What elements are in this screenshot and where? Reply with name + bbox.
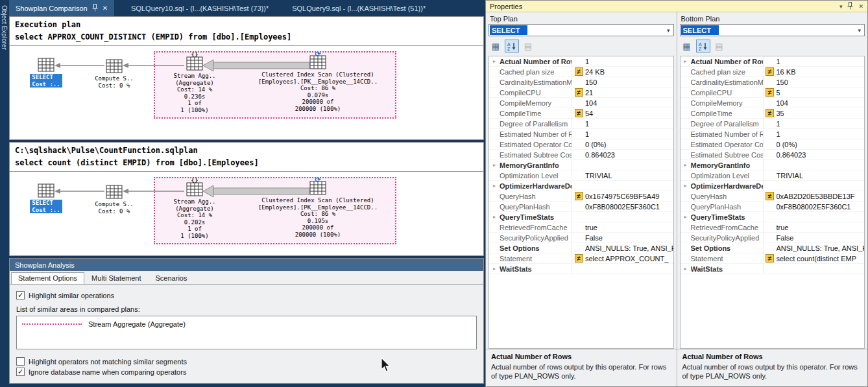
property-row[interactable]: Optimization LevelTRIVIAL — [489, 170, 673, 181]
property-row[interactable]: QueryPlanHash0xF8B08002E5F360C1 — [489, 202, 673, 212]
plan-node-select[interactable]: SELECTCost :.. — [29, 183, 63, 213]
window-menu-icon[interactable]: ▾ — [839, 3, 843, 10]
plan-node-stream-aggregate[interactable]: {} Stream Agg..(Aggregate)Cost: 14 %0.23… — [164, 56, 225, 113]
property-row[interactable]: Optimization LevelTRIVIAL — [681, 170, 865, 181]
chevron-down-icon[interactable]: ▾ — [858, 27, 864, 34]
list-item[interactable]: Stream Aggregate (Aggregate) — [22, 319, 471, 329]
object-explorer-tab[interactable]: Object Explorer — [0, 0, 9, 387]
property-row[interactable]: RetrievedFromCachetrue — [681, 222, 865, 233]
property-row[interactable]: Statement≠select count(distinct EMP — [681, 253, 865, 264]
alphabetical-sort-icon[interactable]: AZ — [696, 40, 710, 53]
bottom-plan-property-grid[interactable]: ▸Actual Number of Row1Cached plan size≠1… — [680, 56, 865, 349]
property-row[interactable]: Estimated Operator Cos0 (0%) — [489, 139, 673, 150]
expand-chevron-icon[interactable]: ▸ — [489, 162, 500, 168]
expand-chevron-icon[interactable]: ▸ — [489, 58, 500, 64]
property-row[interactable]: SecurityPolicyAppliedFalse — [681, 233, 865, 243]
plan-node-compute-scalar[interactable]: Compute S..Cost: 0 % — [86, 185, 142, 215]
execution-plan-diagram-bottom[interactable]: SELECTCost :.. Compute S..Cost: 0 % {} S… — [10, 172, 483, 254]
properties-toolbar: ▦ AZ ▤ — [486, 36, 677, 56]
expand-chevron-icon[interactable]: ▸ — [681, 183, 691, 189]
property-row[interactable]: Estimated Number of R1 — [681, 129, 865, 139]
property-row[interactable]: ▸OptimizerHardwareDepe — [489, 181, 673, 191]
property-row[interactable]: CompileCPU≠21 — [489, 88, 673, 98]
bottom-plan-operator-combobox[interactable]: SELECT ▾ — [680, 24, 865, 36]
execution-plan-diagram-top[interactable]: SELECTCost :.. Compute S..Cost: 0 % {} S… — [10, 46, 483, 138]
close-icon[interactable]: ✕ — [102, 5, 108, 12]
tab-statement-options[interactable]: Statement Options — [11, 272, 84, 284]
pin-icon[interactable] — [92, 4, 98, 13]
categorized-icon[interactable]: ▦ — [680, 40, 694, 53]
highlight-not-matching-row[interactable]: Highlight operators not matching similar… — [16, 357, 477, 366]
expand-chevron-icon[interactable]: ▸ — [489, 214, 500, 220]
property-row[interactable]: ▸MemoryGrantInfo — [489, 160, 673, 170]
property-row[interactable]: Degree of Parallelism1 — [489, 119, 673, 129]
alphabetical-sort-icon[interactable]: AZ — [505, 40, 519, 53]
expand-chevron-icon[interactable]: ▸ — [489, 266, 500, 272]
property-row[interactable]: QueryHash≠0xAB2D20E53BBDE13F — [681, 191, 865, 202]
property-name: Estimated Subtree Cost — [500, 150, 572, 159]
property-row[interactable]: Degree of Parallelism1 — [681, 119, 865, 129]
plan-node-clustered-index-scan[interactable]: ⟳ Clustered Index Scan (Clustered)[Emplo… — [237, 181, 399, 238]
property-row[interactable]: Set OptionsANSI_NULLS: True, ANSI_PAD — [681, 243, 865, 253]
expand-chevron-icon[interactable]: ▸ — [681, 162, 691, 168]
plan-node-clustered-index-scan[interactable]: ⟳ Clustered Index Scan (Clustered)[Emplo… — [237, 55, 399, 112]
property-row[interactable]: RetrievedFromCachetrue — [489, 222, 673, 233]
property-row[interactable]: QueryPlanHash0xF8B08002E5F360C1 — [681, 202, 865, 212]
property-row[interactable]: CompileTime≠54 — [489, 108, 673, 119]
property-row[interactable]: CardinalityEstimationMo150 — [681, 77, 865, 88]
property-row[interactable]: Estimated Number of R1 — [489, 129, 673, 139]
checkbox-unchecked-icon[interactable] — [16, 357, 25, 366]
checkbox-checked-icon[interactable]: ✓ — [16, 291, 25, 299]
property-row[interactable]: Cached plan size≠24 KB — [489, 67, 673, 77]
top-plan-property-grid[interactable]: ▸Actual Number of Rows1Cached plan size≠… — [488, 56, 674, 349]
property-row[interactable]: CompileMemory104 — [489, 98, 673, 108]
property-row[interactable]: Set OptionsANSI_NULLS: True, ANSI_PAD — [489, 243, 673, 253]
expand-chevron-icon[interactable]: ▸ — [681, 266, 691, 272]
property-row[interactable]: ▸OptimizerHardwareDep — [681, 181, 865, 191]
property-row[interactable]: CompileCPU≠5 — [681, 88, 865, 98]
property-name: Optimization Level — [500, 170, 572, 180]
categorized-icon[interactable]: ▦ — [488, 40, 503, 53]
property-row[interactable]: CompileTime≠35 — [681, 108, 865, 119]
tab-scenarios[interactable]: Scenarios — [149, 272, 195, 284]
svg-text:A: A — [699, 42, 702, 47]
top-plan-operator-combobox[interactable]: SELECT ▾ — [488, 24, 674, 36]
property-row[interactable]: SecurityPolicyAppliedFalse — [489, 233, 673, 243]
tab-sqlquery10[interactable]: SQLQuery10.sql - (l...(KASHISH\Test (73)… — [125, 0, 275, 16]
pin-icon[interactable] — [847, 2, 853, 11]
property-row[interactable]: Estimated Subtree Cost0.864023 — [489, 150, 673, 160]
property-row[interactable]: Estimated Operator Co0 (0%) — [681, 139, 865, 150]
ignore-database-name-row[interactable]: ✓ Ignore database name when comparing op… — [16, 368, 477, 376]
chevron-down-icon[interactable]: ▾ — [667, 27, 673, 34]
property-row[interactable]: Statement≠select APPROX_COUNT_ — [489, 253, 673, 264]
plan-node-compute-scalar[interactable]: Compute S..Cost: 0 % — [86, 59, 142, 89]
similar-areas-listbox[interactable]: Stream Aggregate (Aggregate) — [16, 316, 477, 349]
plan-node-select[interactable]: SELECTCost :.. — [29, 58, 63, 88]
checkbox-checked-icon[interactable]: ✓ — [16, 368, 25, 376]
property-row[interactable]: ▸MemoryGrantInfo — [681, 160, 865, 170]
property-row[interactable]: ▸QueryTimeStats — [489, 212, 673, 222]
tab-multi-statement[interactable]: Multi Statement — [84, 272, 148, 284]
property-value: TRIVIAL — [777, 172, 865, 180]
plan-node-stream-aggregate[interactable]: {} Stream Agg..(Aggregate)Cost: 14 %0.20… — [164, 182, 225, 239]
property-row[interactable]: QueryHash≠0x1674975C69BF5A49 — [489, 191, 673, 202]
expand-chevron-icon[interactable]: ▸ — [681, 58, 691, 64]
tab-sqlquery9[interactable]: SQLQuery9.sql - (l...(KASHISH\Test (51))… — [285, 0, 432, 16]
expand-chevron-icon[interactable]: ▸ — [489, 183, 500, 189]
property-row[interactable]: CompileMemory104 — [681, 98, 865, 108]
property-row[interactable]: Cached plan size≠16 KB — [681, 67, 865, 77]
tab-showplan-comparison[interactable]: Showplan Comparison ✕ — [9, 0, 114, 16]
properties-titlebar[interactable]: Properties ▾ ✕ — [486, 1, 867, 12]
property-row[interactable]: ▸Actual Number of Rows1 — [489, 56, 673, 67]
close-icon[interactable]: ✕ — [858, 3, 863, 10]
property-row[interactable]: Estimated Subtree Cos0.864023 — [681, 150, 865, 160]
property-row[interactable]: ▸WaitStats — [489, 264, 673, 274]
description-title: Actual Number of Rows — [491, 353, 671, 360]
property-row[interactable]: ▸Actual Number of Row1 — [681, 56, 865, 67]
property-row[interactable]: CardinalityEstimationMo150 — [489, 77, 673, 88]
property-row[interactable]: ▸QueryTimeStats — [681, 212, 865, 222]
property-description-pane: Actual Number of Rows Actual number of r… — [677, 349, 868, 386]
highlight-similar-operations-row[interactable]: ✓ Highlight similar operations — [16, 291, 477, 299]
expand-chevron-icon[interactable]: ▸ — [681, 214, 691, 220]
property-row[interactable]: ▸WaitStats — [681, 264, 865, 274]
